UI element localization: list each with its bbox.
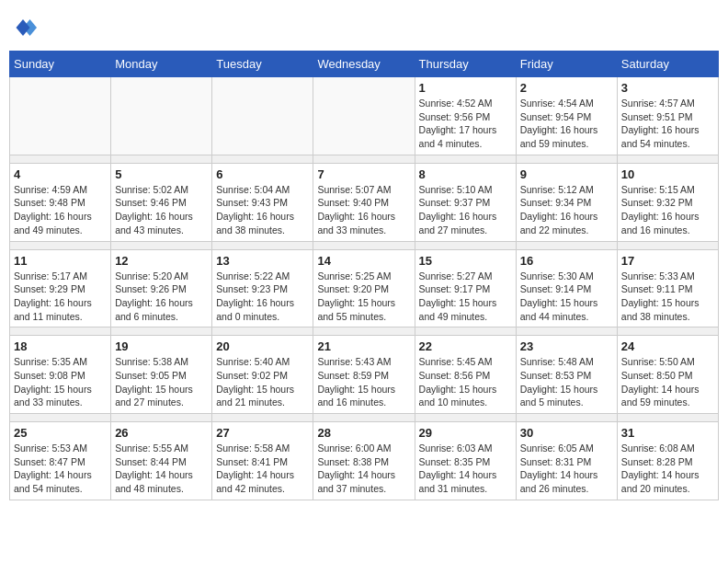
calendar-week-2: 4Sunrise: 4:59 AMSunset: 9:48 PMDaylight… [10, 163, 719, 241]
calendar-cell: 21Sunrise: 5:43 AMSunset: 8:59 PMDayligh… [313, 336, 415, 414]
cell-info: Sunrise: 4:52 AMSunset: 9:56 PMDaylight:… [419, 97, 512, 151]
cell-info: Sunrise: 6:08 AMSunset: 8:28 PMDaylight:… [621, 442, 714, 496]
calendar-cell: 24Sunrise: 5:50 AMSunset: 8:50 PMDayligh… [617, 336, 718, 414]
cell-day-number: 12 [115, 254, 208, 268]
cell-info: Sunrise: 5:55 AMSunset: 8:44 PMDaylight:… [115, 442, 208, 496]
calendar-cell: 1Sunrise: 4:52 AMSunset: 9:56 PMDaylight… [415, 77, 516, 155]
calendar-cell: 10Sunrise: 5:15 AMSunset: 9:32 PMDayligh… [617, 163, 718, 241]
cell-info: Sunrise: 5:40 AMSunset: 9:02 PMDaylight:… [216, 355, 309, 409]
cell-day-number: 6 [216, 167, 309, 181]
week-divider [10, 327, 719, 336]
cell-info: Sunrise: 5:30 AMSunset: 9:14 PMDaylight:… [520, 270, 613, 324]
calendar-table: SundayMondayTuesdayWednesdayThursdayFrid… [9, 51, 719, 500]
day-headers-row: SundayMondayTuesdayWednesdayThursdayFrid… [10, 52, 719, 77]
cell-day-number: 23 [520, 339, 613, 353]
cell-info: Sunrise: 5:48 AMSunset: 8:53 PMDaylight:… [520, 355, 613, 409]
calendar-cell [111, 77, 212, 155]
cell-info: Sunrise: 6:03 AMSunset: 8:35 PMDaylight:… [419, 442, 512, 496]
calendar-cell [313, 77, 415, 155]
cell-info: Sunrise: 4:57 AMSunset: 9:51 PMDaylight:… [621, 97, 714, 151]
cell-day-number: 16 [520, 254, 613, 268]
cell-info: Sunrise: 5:38 AMSunset: 9:05 PMDaylight:… [115, 355, 208, 409]
calendar-cell: 16Sunrise: 5:30 AMSunset: 9:14 PMDayligh… [516, 249, 617, 327]
calendar-cell: 26Sunrise: 5:55 AMSunset: 8:44 PMDayligh… [111, 422, 212, 500]
cell-info: Sunrise: 4:59 AMSunset: 9:48 PMDaylight:… [14, 183, 107, 237]
logo [9, 14, 40, 41]
calendar-header: SundayMondayTuesdayWednesdayThursdayFrid… [10, 52, 719, 77]
cell-day-number: 14 [317, 254, 410, 268]
day-header-tuesday: Tuesday [212, 52, 313, 77]
week-divider [10, 414, 719, 422]
cell-day-number: 9 [520, 167, 613, 181]
cell-info: Sunrise: 5:17 AMSunset: 9:29 PMDaylight:… [14, 270, 107, 324]
cell-info: Sunrise: 5:07 AMSunset: 9:40 PMDaylight:… [317, 183, 410, 237]
cell-day-number: 31 [621, 426, 714, 440]
calendar-cell: 12Sunrise: 5:20 AMSunset: 9:26 PMDayligh… [111, 249, 212, 327]
cell-day-number: 13 [216, 254, 309, 268]
cell-info: Sunrise: 5:27 AMSunset: 9:17 PMDaylight:… [419, 270, 512, 324]
calendar-cell: 14Sunrise: 5:25 AMSunset: 9:20 PMDayligh… [313, 249, 415, 327]
calendar-week-4: 18Sunrise: 5:35 AMSunset: 9:08 PMDayligh… [10, 336, 719, 414]
calendar-cell [212, 77, 313, 155]
calendar-cell: 3Sunrise: 4:57 AMSunset: 9:51 PMDaylight… [617, 77, 718, 155]
cell-day-number: 27 [216, 426, 309, 440]
cell-info: Sunrise: 5:02 AMSunset: 9:46 PMDaylight:… [115, 183, 208, 237]
calendar-cell: 17Sunrise: 5:33 AMSunset: 9:11 PMDayligh… [617, 249, 718, 327]
cell-day-number: 29 [419, 426, 512, 440]
calendar-cell: 6Sunrise: 5:04 AMSunset: 9:43 PMDaylight… [212, 163, 313, 241]
day-header-wednesday: Wednesday [313, 52, 415, 77]
calendar-cell: 4Sunrise: 4:59 AMSunset: 9:48 PMDaylight… [10, 163, 111, 241]
calendar-cell: 29Sunrise: 6:03 AMSunset: 8:35 PMDayligh… [415, 422, 516, 500]
calendar-body: 1Sunrise: 4:52 AMSunset: 9:56 PMDaylight… [10, 77, 719, 500]
cell-day-number: 30 [520, 426, 613, 440]
calendar-cell: 8Sunrise: 5:10 AMSunset: 9:37 PMDaylight… [415, 163, 516, 241]
calendar-cell [10, 77, 111, 155]
day-header-friday: Friday [516, 52, 617, 77]
calendar-cell: 15Sunrise: 5:27 AMSunset: 9:17 PMDayligh… [415, 249, 516, 327]
cell-day-number: 10 [621, 167, 714, 181]
calendar-cell: 31Sunrise: 6:08 AMSunset: 8:28 PMDayligh… [617, 422, 718, 500]
calendar-cell: 9Sunrise: 5:12 AMSunset: 9:34 PMDaylight… [516, 163, 617, 241]
cell-day-number: 26 [115, 426, 208, 440]
calendar-cell: 13Sunrise: 5:22 AMSunset: 9:23 PMDayligh… [212, 249, 313, 327]
cell-day-number: 19 [115, 339, 208, 353]
calendar-cell: 5Sunrise: 5:02 AMSunset: 9:46 PMDaylight… [111, 163, 212, 241]
calendar-cell: 11Sunrise: 5:17 AMSunset: 9:29 PMDayligh… [10, 249, 111, 327]
day-header-sunday: Sunday [10, 52, 111, 77]
calendar-cell: 7Sunrise: 5:07 AMSunset: 9:40 PMDaylight… [313, 163, 415, 241]
cell-info: Sunrise: 6:05 AMSunset: 8:31 PMDaylight:… [520, 442, 613, 496]
cell-day-number: 8 [419, 167, 512, 181]
calendar-cell: 19Sunrise: 5:38 AMSunset: 9:05 PMDayligh… [111, 336, 212, 414]
cell-day-number: 17 [621, 254, 714, 268]
cell-info: Sunrise: 5:15 AMSunset: 9:32 PMDaylight:… [621, 183, 714, 237]
cell-day-number: 11 [14, 254, 107, 268]
cell-day-number: 15 [419, 254, 512, 268]
cell-info: Sunrise: 5:35 AMSunset: 9:08 PMDaylight:… [14, 355, 107, 409]
calendar-week-5: 25Sunrise: 5:53 AMSunset: 8:47 PMDayligh… [10, 422, 719, 500]
cell-day-number: 25 [14, 426, 107, 440]
cell-info: Sunrise: 5:04 AMSunset: 9:43 PMDaylight:… [216, 183, 309, 237]
calendar-cell: 23Sunrise: 5:48 AMSunset: 8:53 PMDayligh… [516, 336, 617, 414]
cell-day-number: 24 [621, 339, 714, 353]
calendar-cell: 2Sunrise: 4:54 AMSunset: 9:54 PMDaylight… [516, 77, 617, 155]
day-header-monday: Monday [111, 52, 212, 77]
cell-info: Sunrise: 5:58 AMSunset: 8:41 PMDaylight:… [216, 442, 309, 496]
logo-icon [9, 14, 37, 41]
cell-day-number: 5 [115, 167, 208, 181]
calendar-week-3: 11Sunrise: 5:17 AMSunset: 9:29 PMDayligh… [10, 249, 719, 327]
page-header [9, 9, 719, 41]
week-divider [10, 241, 719, 249]
cell-day-number: 4 [14, 167, 107, 181]
calendar-cell: 30Sunrise: 6:05 AMSunset: 8:31 PMDayligh… [516, 422, 617, 500]
calendar-cell: 20Sunrise: 5:40 AMSunset: 9:02 PMDayligh… [212, 336, 313, 414]
cell-info: Sunrise: 5:53 AMSunset: 8:47 PMDaylight:… [14, 442, 107, 496]
day-header-thursday: Thursday [415, 52, 516, 77]
cell-day-number: 1 [419, 81, 512, 95]
cell-info: Sunrise: 5:22 AMSunset: 9:23 PMDaylight:… [216, 270, 309, 324]
cell-day-number: 22 [419, 339, 512, 353]
cell-info: Sunrise: 5:12 AMSunset: 9:34 PMDaylight:… [520, 183, 613, 237]
cell-day-number: 2 [520, 81, 613, 95]
day-header-saturday: Saturday [617, 52, 718, 77]
cell-info: Sunrise: 5:25 AMSunset: 9:20 PMDaylight:… [317, 270, 410, 324]
calendar-cell: 28Sunrise: 6:00 AMSunset: 8:38 PMDayligh… [313, 422, 415, 500]
